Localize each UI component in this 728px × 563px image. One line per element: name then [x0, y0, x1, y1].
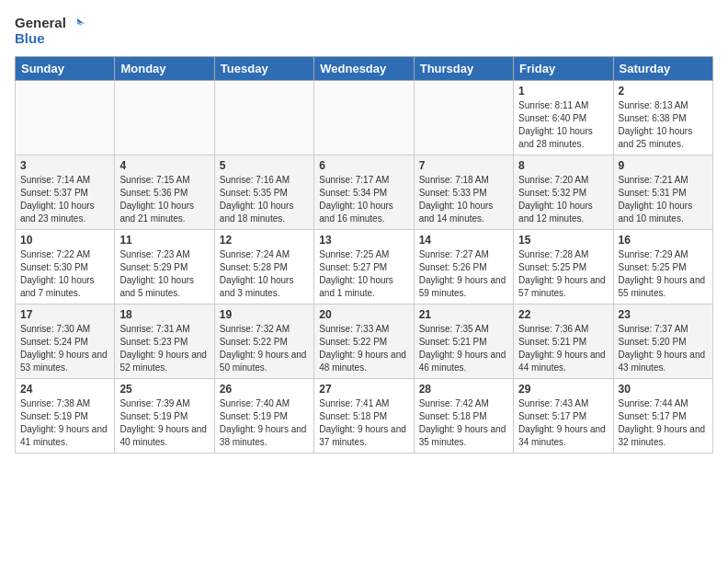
- calendar-week-0: 1Sunrise: 8:11 AM Sunset: 6:40 PM Daylig…: [16, 80, 713, 155]
- day-info: Sunrise: 8:13 AM Sunset: 6:38 PM Dayligh…: [619, 99, 708, 151]
- calendar-cell: 3Sunrise: 7:14 AM Sunset: 5:37 PM Daylig…: [16, 155, 115, 229]
- day-number: 15: [518, 234, 608, 247]
- day-info: Sunrise: 7:43 AM Sunset: 5:17 PM Dayligh…: [518, 397, 608, 449]
- calendar-week-3: 17Sunrise: 7:30 AM Sunset: 5:24 PM Dayli…: [16, 304, 713, 378]
- day-info: Sunrise: 7:42 AM Sunset: 5:18 PM Dayligh…: [419, 397, 508, 449]
- day-number: 30: [619, 383, 708, 396]
- day-info: Sunrise: 7:18 AM Sunset: 5:33 PM Dayligh…: [419, 174, 508, 225]
- day-number: 25: [119, 383, 209, 396]
- calendar-cell: 2Sunrise: 8:13 AM Sunset: 6:38 PM Daylig…: [613, 80, 712, 155]
- day-info: Sunrise: 7:38 AM Sunset: 5:19 PM Dayligh…: [20, 397, 109, 449]
- calendar-cell: 20Sunrise: 7:33 AM Sunset: 5:22 PM Dayli…: [314, 304, 414, 378]
- day-number: 8: [518, 159, 608, 172]
- day-info: Sunrise: 7:21 AM Sunset: 5:31 PM Dayligh…: [619, 174, 708, 225]
- weekday-header-thursday: Thursday: [414, 56, 513, 80]
- calendar-cell: 26Sunrise: 7:40 AM Sunset: 5:19 PM Dayli…: [214, 378, 313, 453]
- calendar-cell: 7Sunrise: 7:18 AM Sunset: 5:33 PM Daylig…: [414, 155, 513, 229]
- header: General Blue: [15, 15, 713, 47]
- calendar-cell: 5Sunrise: 7:16 AM Sunset: 5:35 PM Daylig…: [214, 155, 313, 229]
- day-info: Sunrise: 7:30 AM Sunset: 5:24 PM Dayligh…: [20, 323, 109, 374]
- weekday-header-friday: Friday: [514, 56, 613, 80]
- calendar-cell: 30Sunrise: 7:44 AM Sunset: 5:17 PM Dayli…: [613, 378, 712, 453]
- day-info: Sunrise: 7:37 AM Sunset: 5:20 PM Dayligh…: [619, 323, 708, 374]
- day-info: Sunrise: 7:17 AM Sunset: 5:34 PM Dayligh…: [319, 174, 408, 225]
- weekday-header-monday: Monday: [115, 56, 214, 80]
- calendar-cell: 15Sunrise: 7:28 AM Sunset: 5:25 PM Dayli…: [514, 229, 613, 304]
- calendar-cell: 21Sunrise: 7:35 AM Sunset: 5:21 PM Dayli…: [414, 304, 513, 378]
- calendar-cell: 16Sunrise: 7:29 AM Sunset: 5:25 PM Dayli…: [613, 229, 712, 304]
- logo-blue: Blue: [15, 31, 45, 47]
- day-number: 19: [220, 308, 309, 321]
- day-info: Sunrise: 7:16 AM Sunset: 5:35 PM Dayligh…: [220, 174, 309, 225]
- calendar: SundayMondayTuesdayWednesdayThursdayFrid…: [15, 56, 713, 454]
- calendar-cell: 10Sunrise: 7:22 AM Sunset: 5:30 PM Dayli…: [16, 229, 115, 304]
- day-info: Sunrise: 7:24 AM Sunset: 5:28 PM Dayligh…: [220, 248, 309, 300]
- day-number: 4: [119, 159, 209, 172]
- day-info: Sunrise: 7:36 AM Sunset: 5:21 PM Dayligh…: [518, 323, 608, 374]
- weekday-header-wednesday: Wednesday: [314, 56, 414, 80]
- calendar-cell: 6Sunrise: 7:17 AM Sunset: 5:34 PM Daylig…: [314, 155, 414, 229]
- calendar-week-1: 3Sunrise: 7:14 AM Sunset: 5:37 PM Daylig…: [16, 155, 713, 229]
- day-info: Sunrise: 7:39 AM Sunset: 5:19 PM Dayligh…: [119, 397, 209, 449]
- calendar-cell: 8Sunrise: 7:20 AM Sunset: 5:32 PM Daylig…: [514, 155, 613, 229]
- day-number: 3: [20, 159, 109, 172]
- weekday-header-tuesday: Tuesday: [214, 56, 313, 80]
- day-info: Sunrise: 8:11 AM Sunset: 6:40 PM Dayligh…: [518, 99, 608, 151]
- day-number: 17: [20, 308, 109, 321]
- calendar-cell: 1Sunrise: 8:11 AM Sunset: 6:40 PM Daylig…: [514, 80, 613, 155]
- day-number: 23: [619, 308, 708, 321]
- day-info: Sunrise: 7:22 AM Sunset: 5:30 PM Dayligh…: [20, 248, 109, 300]
- day-number: 20: [319, 308, 408, 321]
- calendar-cell: 29Sunrise: 7:43 AM Sunset: 5:17 PM Dayli…: [514, 378, 613, 453]
- calendar-cell: [115, 80, 214, 155]
- calendar-cell: 14Sunrise: 7:27 AM Sunset: 5:26 PM Dayli…: [414, 229, 513, 304]
- calendar-week-4: 24Sunrise: 7:38 AM Sunset: 5:19 PM Dayli…: [16, 378, 713, 453]
- calendar-week-2: 10Sunrise: 7:22 AM Sunset: 5:30 PM Dayli…: [16, 229, 713, 304]
- logo-general: General: [15, 16, 66, 31]
- logo: General Blue: [15, 15, 85, 47]
- day-number: 21: [419, 308, 508, 321]
- day-info: Sunrise: 7:29 AM Sunset: 5:25 PM Dayligh…: [619, 248, 708, 300]
- logo-bird-icon: [68, 15, 85, 31]
- calendar-cell: 18Sunrise: 7:31 AM Sunset: 5:23 PM Dayli…: [115, 304, 214, 378]
- day-number: 10: [20, 234, 109, 247]
- calendar-cell: 28Sunrise: 7:42 AM Sunset: 5:18 PM Dayli…: [414, 378, 513, 453]
- calendar-cell: [214, 80, 313, 155]
- day-info: Sunrise: 7:28 AM Sunset: 5:25 PM Dayligh…: [518, 248, 608, 300]
- day-number: 26: [220, 383, 309, 396]
- day-info: Sunrise: 7:14 AM Sunset: 5:37 PM Dayligh…: [20, 174, 109, 225]
- calendar-cell: [414, 80, 513, 155]
- calendar-cell: 13Sunrise: 7:25 AM Sunset: 5:27 PM Dayli…: [314, 229, 414, 304]
- day-info: Sunrise: 7:20 AM Sunset: 5:32 PM Dayligh…: [518, 174, 608, 225]
- day-number: 13: [319, 234, 408, 247]
- day-info: Sunrise: 7:23 AM Sunset: 5:29 PM Dayligh…: [119, 248, 209, 300]
- weekday-header-sunday: Sunday: [16, 56, 115, 80]
- calendar-cell: 24Sunrise: 7:38 AM Sunset: 5:19 PM Dayli…: [16, 378, 115, 453]
- calendar-cell: 23Sunrise: 7:37 AM Sunset: 5:20 PM Dayli…: [613, 304, 712, 378]
- calendar-cell: 27Sunrise: 7:41 AM Sunset: 5:18 PM Dayli…: [314, 378, 414, 453]
- calendar-cell: 12Sunrise: 7:24 AM Sunset: 5:28 PM Dayli…: [214, 229, 313, 304]
- day-info: Sunrise: 7:40 AM Sunset: 5:19 PM Dayligh…: [220, 397, 309, 449]
- day-info: Sunrise: 7:41 AM Sunset: 5:18 PM Dayligh…: [319, 397, 408, 449]
- day-number: 2: [619, 85, 708, 98]
- day-number: 6: [319, 159, 408, 172]
- calendar-cell: 17Sunrise: 7:30 AM Sunset: 5:24 PM Dayli…: [16, 304, 115, 378]
- day-number: 28: [419, 383, 508, 396]
- calendar-cell: 11Sunrise: 7:23 AM Sunset: 5:29 PM Dayli…: [115, 229, 214, 304]
- day-info: Sunrise: 7:44 AM Sunset: 5:17 PM Dayligh…: [619, 397, 708, 449]
- calendar-cell: 22Sunrise: 7:36 AM Sunset: 5:21 PM Dayli…: [514, 304, 613, 378]
- day-number: 5: [220, 159, 309, 172]
- day-number: 29: [518, 383, 608, 396]
- day-info: Sunrise: 7:25 AM Sunset: 5:27 PM Dayligh…: [319, 248, 408, 300]
- calendar-cell: [16, 80, 115, 155]
- day-number: 9: [619, 159, 708, 172]
- day-number: 16: [619, 234, 708, 247]
- calendar-cell: 19Sunrise: 7:32 AM Sunset: 5:22 PM Dayli…: [214, 304, 313, 378]
- day-number: 1: [518, 85, 608, 98]
- day-number: 14: [419, 234, 508, 247]
- day-info: Sunrise: 7:33 AM Sunset: 5:22 PM Dayligh…: [319, 323, 408, 374]
- day-number: 27: [319, 383, 408, 396]
- weekday-header-saturday: Saturday: [613, 56, 712, 80]
- calendar-cell: 9Sunrise: 7:21 AM Sunset: 5:31 PM Daylig…: [613, 155, 712, 229]
- day-info: Sunrise: 7:35 AM Sunset: 5:21 PM Dayligh…: [419, 323, 508, 374]
